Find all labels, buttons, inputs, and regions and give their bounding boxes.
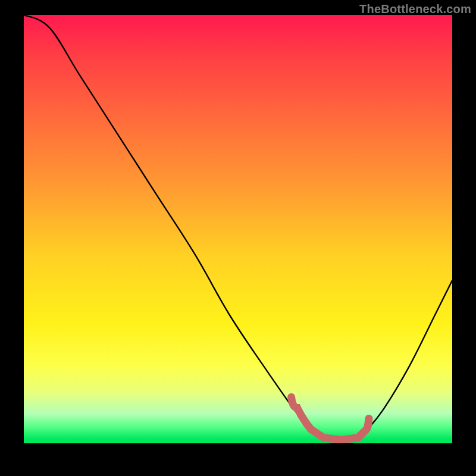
chart-frame: TheBottleneck.com bbox=[0, 0, 476, 476]
watermark-label: TheBottleneck.com bbox=[359, 2, 471, 16]
bottleneck-curve-path bbox=[24, 15, 452, 441]
chart-plot-area bbox=[24, 15, 452, 443]
bottleneck-curve bbox=[24, 15, 452, 443]
